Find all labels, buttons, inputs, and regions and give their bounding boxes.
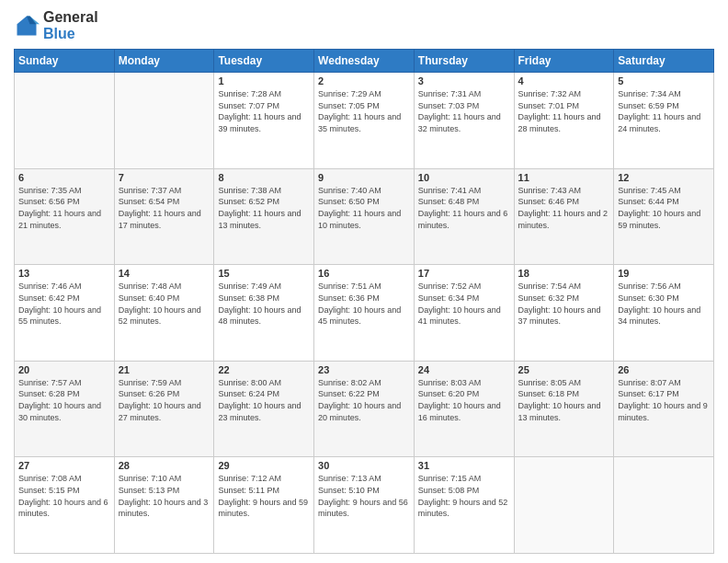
day-info: Sunrise: 7:13 AM Sunset: 5:10 PM Dayligh… [318,473,410,519]
calendar-cell: 22Sunrise: 8:00 AM Sunset: 6:24 PM Dayli… [214,361,314,457]
calendar-cell: 24Sunrise: 8:03 AM Sunset: 6:20 PM Dayli… [414,361,514,457]
day-info: Sunrise: 7:59 AM Sunset: 6:26 PM Dayligh… [119,377,210,423]
calendar-cell [15,73,115,169]
page: General Blue SundayMondayTuesdayWednesda… [0,0,728,563]
calendar-cell: 2Sunrise: 7:29 AM Sunset: 7:05 PM Daylig… [314,73,415,169]
calendar-cell: 29Sunrise: 7:12 AM Sunset: 5:11 PM Dayli… [214,457,314,554]
day-info: Sunrise: 7:51 AM Sunset: 6:36 PM Dayligh… [318,281,410,327]
day-info: Sunrise: 7:56 AM Sunset: 6:30 PM Dayligh… [618,281,710,327]
day-number: 1 [218,75,310,86]
day-info: Sunrise: 7:12 AM Sunset: 5:11 PM Dayligh… [218,473,310,519]
calendar-cell [114,73,214,169]
day-info: Sunrise: 7:38 AM Sunset: 6:52 PM Dayligh… [218,185,310,231]
day-number: 16 [318,268,410,279]
day-number: 3 [418,75,510,86]
calendar-cell: 10Sunrise: 7:41 AM Sunset: 6:48 PM Dayli… [414,168,514,265]
day-number: 6 [18,172,110,183]
calendar-cell: 31Sunrise: 7:15 AM Sunset: 5:08 PM Dayli… [414,457,514,554]
day-number: 19 [618,268,710,279]
calendar-cell: 11Sunrise: 7:43 AM Sunset: 6:46 PM Dayli… [514,168,614,265]
day-info: Sunrise: 7:08 AM Sunset: 5:15 PM Dayligh… [18,473,110,519]
day-number: 21 [119,364,210,375]
calendar-cell: 4Sunrise: 7:32 AM Sunset: 7:01 PM Daylig… [514,73,614,169]
calendar-week-row: 13Sunrise: 7:46 AM Sunset: 6:42 PM Dayli… [15,265,714,362]
calendar-table: SundayMondayTuesdayWednesdayThursdayFrid… [14,49,714,554]
calendar-cell: 20Sunrise: 7:57 AM Sunset: 6:28 PM Dayli… [15,361,115,457]
calendar-week-row: 6Sunrise: 7:35 AM Sunset: 6:56 PM Daylig… [15,168,714,265]
day-number: 31 [418,460,510,471]
calendar-week-row: 1Sunrise: 7:28 AM Sunset: 7:07 PM Daylig… [15,73,714,169]
day-number: 28 [119,460,210,471]
calendar-cell: 7Sunrise: 7:37 AM Sunset: 6:54 PM Daylig… [114,168,214,265]
day-number: 20 [18,364,110,375]
calendar-week-row: 27Sunrise: 7:08 AM Sunset: 5:15 PM Dayli… [15,457,714,554]
day-info: Sunrise: 7:46 AM Sunset: 6:42 PM Dayligh… [18,281,110,327]
day-info: Sunrise: 8:05 AM Sunset: 6:18 PM Dayligh… [518,377,610,423]
column-header-tuesday: Tuesday [214,50,314,73]
svg-marker-0 [17,16,37,35]
day-info: Sunrise: 7:57 AM Sunset: 6:28 PM Dayligh… [18,377,110,423]
day-info: Sunrise: 7:43 AM Sunset: 6:46 PM Dayligh… [518,185,610,231]
calendar-cell: 15Sunrise: 7:49 AM Sunset: 6:38 PM Dayli… [214,265,314,362]
calendar-cell: 18Sunrise: 7:54 AM Sunset: 6:32 PM Dayli… [514,265,614,362]
calendar-cell: 16Sunrise: 7:51 AM Sunset: 6:36 PM Dayli… [314,265,415,362]
day-info: Sunrise: 7:35 AM Sunset: 6:56 PM Dayligh… [18,185,110,231]
calendar-cell: 21Sunrise: 7:59 AM Sunset: 6:26 PM Dayli… [114,361,214,457]
day-info: Sunrise: 7:49 AM Sunset: 6:38 PM Dayligh… [218,281,310,327]
column-header-sunday: Sunday [15,50,115,73]
day-number: 29 [218,460,310,471]
day-info: Sunrise: 7:40 AM Sunset: 6:50 PM Dayligh… [318,185,410,231]
day-number: 23 [318,364,410,375]
day-info: Sunrise: 8:02 AM Sunset: 6:22 PM Dayligh… [318,377,410,423]
calendar-cell [514,457,614,554]
day-number: 30 [318,460,410,471]
day-info: Sunrise: 7:54 AM Sunset: 6:32 PM Dayligh… [518,281,610,327]
logo: General Blue [14,9,98,41]
day-number: 18 [518,268,610,279]
calendar-cell: 28Sunrise: 7:10 AM Sunset: 5:13 PM Dayli… [114,457,214,554]
day-info: Sunrise: 7:52 AM Sunset: 6:34 PM Dayligh… [418,281,510,327]
day-info: Sunrise: 7:45 AM Sunset: 6:44 PM Dayligh… [618,185,710,231]
calendar-cell: 5Sunrise: 7:34 AM Sunset: 6:59 PM Daylig… [614,73,714,169]
day-info: Sunrise: 7:28 AM Sunset: 7:07 PM Dayligh… [218,88,310,134]
day-number: 2 [318,75,410,86]
calendar-cell: 14Sunrise: 7:48 AM Sunset: 6:40 PM Dayli… [114,265,214,362]
calendar-cell: 9Sunrise: 7:40 AM Sunset: 6:50 PM Daylig… [314,168,415,265]
calendar-cell: 27Sunrise: 7:08 AM Sunset: 5:15 PM Dayli… [15,457,115,554]
day-number: 22 [218,364,310,375]
day-number: 14 [119,268,210,279]
logo-text: General Blue [43,9,98,41]
calendar-cell: 19Sunrise: 7:56 AM Sunset: 6:30 PM Dayli… [614,265,714,362]
day-info: Sunrise: 7:29 AM Sunset: 7:05 PM Dayligh… [318,88,410,134]
column-header-friday: Friday [514,50,614,73]
logo-icon [14,13,40,39]
day-info: Sunrise: 7:32 AM Sunset: 7:01 PM Dayligh… [518,88,610,134]
day-info: Sunrise: 8:00 AM Sunset: 6:24 PM Dayligh… [218,377,310,423]
calendar-cell: 26Sunrise: 8:07 AM Sunset: 6:17 PM Dayli… [614,361,714,457]
day-number: 12 [618,172,710,183]
day-info: Sunrise: 7:34 AM Sunset: 6:59 PM Dayligh… [618,88,710,134]
day-info: Sunrise: 8:07 AM Sunset: 6:17 PM Dayligh… [618,377,710,423]
day-info: Sunrise: 7:41 AM Sunset: 6:48 PM Dayligh… [418,185,510,231]
day-number: 13 [18,268,110,279]
column-header-monday: Monday [114,50,214,73]
day-number: 4 [518,75,610,86]
column-header-thursday: Thursday [414,50,514,73]
day-number: 9 [318,172,410,183]
calendar-cell: 23Sunrise: 8:02 AM Sunset: 6:22 PM Dayli… [314,361,415,457]
header: General Blue [14,9,714,41]
day-number: 17 [418,268,510,279]
calendar-cell: 17Sunrise: 7:52 AM Sunset: 6:34 PM Dayli… [414,265,514,362]
day-number: 24 [418,364,510,375]
day-number: 27 [18,460,110,471]
day-number: 8 [218,172,310,183]
day-info: Sunrise: 7:15 AM Sunset: 5:08 PM Dayligh… [418,473,510,519]
day-info: Sunrise: 7:48 AM Sunset: 6:40 PM Dayligh… [119,281,210,327]
column-header-wednesday: Wednesday [314,50,415,73]
calendar-cell: 8Sunrise: 7:38 AM Sunset: 6:52 PM Daylig… [214,168,314,265]
calendar-week-row: 20Sunrise: 7:57 AM Sunset: 6:28 PM Dayli… [15,361,714,457]
day-number: 11 [518,172,610,183]
calendar-header-row: SundayMondayTuesdayWednesdayThursdayFrid… [15,50,714,73]
calendar-cell: 1Sunrise: 7:28 AM Sunset: 7:07 PM Daylig… [214,73,314,169]
day-number: 7 [119,172,210,183]
